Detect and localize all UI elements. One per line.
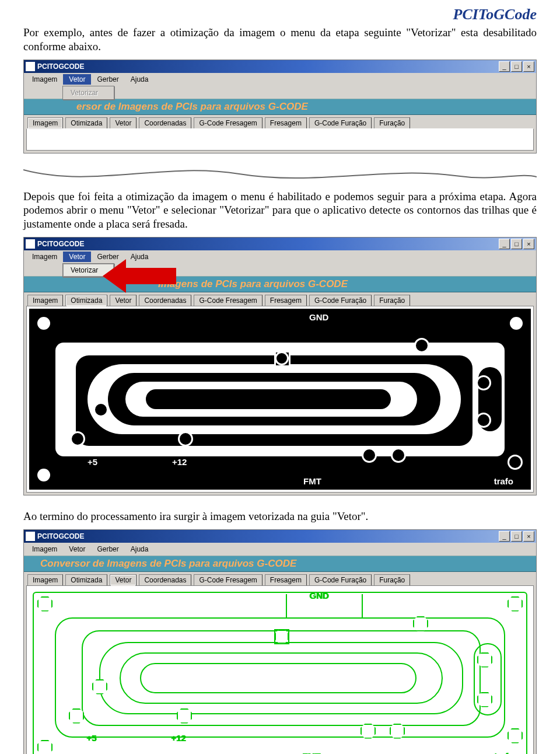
close-button[interactable]: × <box>523 531 534 542</box>
window-title: PCITOGCODE <box>37 62 84 71</box>
tab-imagem[interactable]: Imagem <box>27 117 63 128</box>
menu-imagem[interactable]: Imagem <box>26 74 63 85</box>
pcb-label-fmt: FMT <box>303 476 321 486</box>
tab-furacao[interactable]: Furação <box>374 117 410 128</box>
minimize-button[interactable]: _ <box>499 531 510 542</box>
tab-strip: Imagem Otimizada Vetor Coordenadas G-Cod… <box>24 292 536 306</box>
paragraph-2: Depois que foi feita a otimização da ima… <box>23 190 537 231</box>
pcb-viewer: GND +5 +12 FMT trafo <box>26 585 534 755</box>
close-button[interactable]: × <box>523 239 534 249</box>
minimize-button[interactable]: _ <box>499 239 510 249</box>
tab-fresagem[interactable]: Fresagem <box>265 117 307 128</box>
tab-otimizada[interactable]: Otimizada <box>65 117 107 128</box>
tab-gcode-furacao[interactable]: G-Code Furação <box>309 117 372 128</box>
title-bar: PCITOGCODE _ □ × <box>24 60 536 73</box>
brand-title: PCIToGCode <box>23 6 537 23</box>
maximize-button[interactable]: □ <box>511 61 522 72</box>
dropdown-vetor: Vetorizar <box>62 86 114 100</box>
torn-edge <box>23 165 537 190</box>
tab-gcode-fresagem[interactable]: G-Code Fresagem <box>194 117 262 128</box>
menu-bar: Imagem Vetor Gerber Ajuda <box>24 543 536 556</box>
tab-coordenadas[interactable]: Coordenadas <box>139 295 191 306</box>
tab-furacao[interactable]: Furação <box>374 574 410 585</box>
pcb-vector-image: GND +5 +12 FMT trafo <box>29 588 531 755</box>
app-icon <box>26 532 35 541</box>
tab-gcode-fresagem[interactable]: G-Code Fresagem <box>194 574 262 585</box>
tab-otimizada[interactable]: Otimizada <box>65 295 107 306</box>
pcb-label-p12: +12 <box>171 733 186 743</box>
menu-imagem[interactable]: Imagem <box>26 544 63 554</box>
pcb-label-fmt: FMT <box>302 751 320 755</box>
app-window-2: PCITOGCODE _ □ × Imagem Vetor Gerber Aju… <box>23 237 537 495</box>
pcb-label-gnd: GND <box>309 591 328 601</box>
pcb-viewer: GND +5 +12 FMT trafo <box>26 306 534 493</box>
menu-imagem[interactable]: Imagem <box>26 252 63 262</box>
app-icon <box>26 239 35 249</box>
close-button[interactable]: × <box>523 61 534 72</box>
menu-gerber[interactable]: Gerber <box>91 74 124 85</box>
paragraph-3: Ao termino do processamento ira surgir à… <box>23 509 537 523</box>
menu-vetor[interactable]: Vetor <box>63 252 91 262</box>
app-icon <box>26 62 35 71</box>
app-window-3: PCITOGCODE _ □ × Imagem Vetor Gerber Aju… <box>23 529 537 755</box>
tab-fresagem[interactable]: Fresagem <box>265 295 307 306</box>
tab-pane-empty <box>26 128 534 151</box>
tab-vetor[interactable]: Vetor <box>110 117 136 128</box>
maximize-button[interactable]: □ <box>511 531 522 542</box>
tab-gcode-furacao[interactable]: G-Code Furação <box>309 574 372 585</box>
menu-ajuda[interactable]: Ajuda <box>125 252 155 262</box>
title-bar: PCITOGCODE _ □ × <box>24 530 536 543</box>
tab-fresagem[interactable]: Fresagem <box>265 574 307 585</box>
tab-imagem[interactable]: Imagem <box>27 295 63 306</box>
app-banner: Imagens de PCIs para arquivos G-CODE <box>24 276 536 292</box>
menu-gerber[interactable]: Gerber <box>91 544 124 554</box>
pcb-label-trafo: trafo <box>494 476 513 486</box>
menu-ajuda[interactable]: Ajuda <box>125 74 155 85</box>
tab-gcode-fresagem[interactable]: G-Code Fresagem <box>194 295 262 306</box>
tab-furacao[interactable]: Furação <box>374 295 410 306</box>
tab-gcode-furacao[interactable]: G-Code Furação <box>309 295 372 306</box>
tab-strip: Imagem Otimizada Vetor Coordenadas G-Cod… <box>24 115 536 128</box>
tab-strip: Imagem Otimizada Vetor Coordenadas G-Cod… <box>24 572 536 585</box>
minimize-button[interactable]: _ <box>499 61 510 72</box>
app-window-1: PCITOGCODE _ □ × Imagem Vetor Gerber Aju… <box>23 60 537 153</box>
pcb-label-p5: +5 <box>86 733 96 743</box>
window-title: PCITOGCODE <box>37 532 84 540</box>
tab-vetor[interactable]: Vetor <box>110 295 136 306</box>
pcb-label-trafo: trafo <box>494 751 513 755</box>
menu-item-vetorizar-disabled: Vetorizar <box>63 86 114 99</box>
title-bar: PCITOGCODE _ □ × <box>24 238 536 250</box>
tab-otimizada[interactable]: Otimizada <box>65 574 107 585</box>
tab-imagem[interactable]: Imagem <box>27 574 63 585</box>
maximize-button[interactable]: □ <box>511 239 522 249</box>
tab-coordenadas[interactable]: Coordenadas <box>139 574 191 585</box>
menu-bar: Imagem Vetor Gerber Ajuda <box>24 73 536 86</box>
tab-coordenadas[interactable]: Coordenadas <box>139 117 191 128</box>
pcb-label-p5: +5 <box>88 457 97 467</box>
menu-vetor[interactable]: Vetor <box>63 544 91 554</box>
app-banner: ersor de Imagens de PCIs para arquivos G… <box>24 99 536 115</box>
menu-ajuda[interactable]: Ajuda <box>125 544 155 554</box>
menu-vetor[interactable]: Vetor <box>63 74 91 85</box>
tab-vetor[interactable]: Vetor <box>110 574 136 585</box>
window-title: PCITOGCODE <box>37 240 84 248</box>
pcb-optimized-image: GND +5 +12 FMT trafo <box>29 309 531 490</box>
paragraph-1: Por exemplo, antes de fazer a otimização… <box>23 26 537 54</box>
pcb-label-p12: +12 <box>172 457 187 467</box>
menu-bar: Imagem Vetor Gerber Ajuda <box>24 250 536 263</box>
app-banner: Conversor de Imagens de PCIs para arquiv… <box>24 556 536 572</box>
pcb-label-gnd: GND <box>309 312 328 322</box>
